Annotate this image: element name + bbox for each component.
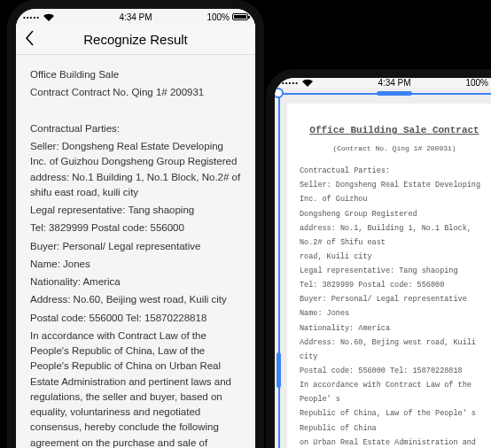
text-line: Legal representative: Tang shaoping: [30, 203, 241, 218]
crop-handle-top-left[interactable]: [275, 88, 284, 98]
phone-left: ••••• 4:34 PM 100% Recognize Result Offi…: [7, 0, 264, 448]
doc-text-line: Contractual Parties:: [300, 164, 489, 178]
battery-percent: 100%: [207, 12, 230, 22]
status-time: 4:34 PM: [378, 78, 410, 88]
document-card: Office Building Sale Contract (Contract …: [287, 104, 491, 448]
text-line: Seller: Dongsheng Real Estate Developing…: [30, 139, 241, 200]
doc-text-line: Buyer: Personal/ Legal representative: [300, 292, 489, 306]
chevron-left-icon: [24, 29, 35, 47]
status-bar: ••••• 4:34 PM 100%: [275, 78, 491, 88]
document-title: Office Building Sale Contract: [300, 121, 489, 140]
doc-text-line: In accordance with Contract Law of the P…: [300, 378, 489, 406]
text-line: Name: Jones: [30, 257, 241, 272]
text-line: [30, 104, 241, 119]
doc-text-line: on Urban Real Estate Administration and …: [300, 436, 489, 448]
doc-text-line: Dongsheng Group Registered: [300, 207, 489, 221]
status-time: 4:34 PM: [119, 12, 152, 22]
header-bar: Recognize Result: [16, 25, 255, 55]
document-preview-area[interactable]: Office Building Sale Contract (Contract …: [275, 88, 491, 448]
battery-icon: [232, 13, 248, 20]
status-bar: ••••• 4:34 PM 100%: [16, 9, 255, 25]
text-line: In accordance with Contract Law of the P…: [30, 328, 241, 448]
signal-dots-icon: •••••: [282, 79, 299, 87]
doc-text-line: Tel: 3829999 Postal code: 556000: [300, 278, 489, 292]
document-subtitle: (Contract No. Qing 1# 200931): [300, 142, 489, 155]
recognized-text-content[interactable]: Office Building SaleContract Contract No…: [16, 55, 255, 448]
page-title: Recognize Result: [83, 32, 188, 47]
doc-text-line: Seller: Dongsheng Real Estate Developing…: [300, 178, 489, 206]
doc-text-line: Nationality: America: [300, 321, 489, 336]
text-line: Office Building Sale: [30, 67, 241, 82]
doc-text-line: Address: No.60, Bejing west road, Kuili …: [300, 336, 489, 364]
text-line: Tel: 3829999 Postal code: 556000: [30, 220, 241, 236]
back-button[interactable]: [16, 29, 43, 50]
wifi-icon: [43, 13, 54, 21]
doc-text-line: Name: Jones: [300, 306, 489, 321]
text-line: Nationality: America: [30, 274, 241, 290]
signal-dots-icon: •••••: [23, 13, 40, 21]
text-line: Buyer: Personal/ Legal representative: [30, 239, 241, 254]
text-line: Contractual Parties:: [30, 121, 241, 136]
battery-percent: 100%: [465, 78, 488, 88]
doc-text-line: road, Kuili city: [300, 250, 489, 264]
phone-right: ••••• 4:34 PM 100% Office Building Sale …: [266, 69, 491, 448]
wifi-icon: [302, 79, 313, 87]
doc-text-line: Republic of China, Law of the People' s …: [300, 406, 489, 435]
crop-handle-top[interactable]: [377, 91, 412, 96]
text-line: Address: No.60, Beijing west road, Kuili…: [30, 292, 241, 307]
doc-text-line: Legal representative: Tang shaoping: [300, 264, 489, 278]
crop-handle-left[interactable]: [277, 352, 281, 388]
text-line: Contract Contract No. Qing 1# 200931: [30, 85, 241, 100]
text-line: Postal code: 556000 Tel: 15870228818: [30, 311, 241, 326]
doc-text-line: address: No.1, Building 1, No.1 Block, N…: [300, 221, 489, 250]
doc-text-line: Postal code: 556000 Tel: 15870228818: [300, 364, 489, 378]
